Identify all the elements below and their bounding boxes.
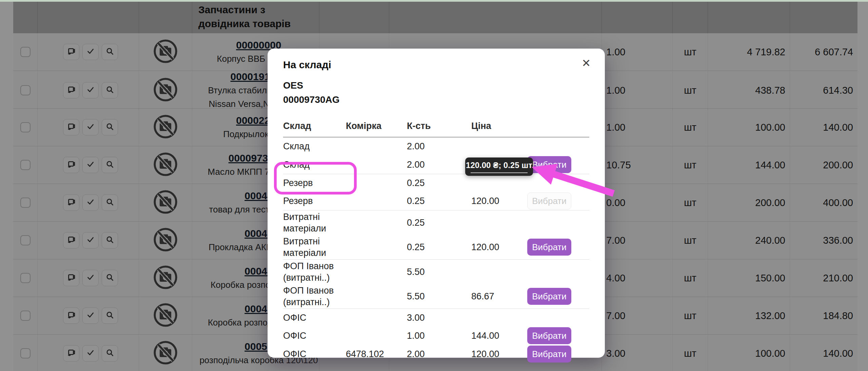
warehouse-name: ОФІС [283, 348, 346, 360]
stock-price: 144.00 [471, 330, 527, 341]
page: Запчастини з довідника товарів 00000000 … [0, 0, 868, 371]
stock-row: Резерв 0.25 120.00 Вибрати [283, 192, 589, 210]
col-qty-label: К-сть [407, 121, 471, 131]
stock-price: 120.00 [471, 348, 527, 360]
warehouse-name: Витратні матеріали [283, 211, 346, 234]
stock-table-header: Склад Комірка К-сть Ціна [283, 121, 589, 137]
modal-title: На складі [283, 59, 589, 71]
warehouse-name: Витратні матеріали [283, 236, 346, 259]
warehouse-name: Резерв [283, 195, 346, 207]
annotation-highlight-box [274, 162, 357, 194]
col-price-label: Ціна [471, 121, 527, 131]
stock-qty: 0.25 [407, 177, 471, 189]
close-icon[interactable]: ✕ [579, 56, 593, 70]
select-button[interactable]: Вибрати [527, 288, 571, 305]
stock-row: ОФІС 6478.102 2.00 120.00 Вибрати [283, 345, 589, 363]
product-code: 00009730AG [283, 94, 589, 105]
select-button[interactable]: Вибрати [527, 239, 571, 256]
warehouse-name: Склад [283, 141, 346, 152]
cell-location: 6478.102 [346, 348, 407, 360]
stock-qty: 2.00 [407, 141, 471, 152]
stock-row: ФОП Іванов (витратні..) 5.50 [283, 259, 589, 284]
select-button[interactable]: Вибрати [527, 327, 571, 344]
stock-row: ОФІС 1.00 144.00 Вибрати [283, 327, 589, 345]
stock-tooltip: 120.00 ₴; 0.25 шт [465, 157, 533, 176]
top-edge-strip [0, 0, 868, 2]
select-button[interactable]: Вибрати [527, 156, 571, 173]
select-button-disabled[interactable]: Вибрати [527, 192, 571, 209]
warehouse-name: ФОП Іванов (витратні..) [283, 260, 346, 283]
stock-qty: 2.00 [407, 159, 471, 170]
stock-row: Витратні матеріали 0.25 [283, 210, 589, 235]
stock-row: Склад 2.00 [283, 137, 589, 155]
stock-price: 120.00 [471, 241, 527, 253]
col-warehouse-label: Склад [283, 121, 346, 131]
col-cell-label: Комірка [346, 121, 407, 131]
stock-modal: ✕ На складі OES 00009730AG Склад Комірка… [268, 49, 605, 357]
stock-qty: 0.25 [407, 241, 471, 253]
warehouse-name: ОФІС [283, 330, 346, 341]
stock-qty: 3.00 [407, 312, 471, 323]
warehouse-name: ОФІС [283, 312, 346, 323]
stock-qty: 0.25 [407, 195, 471, 207]
stock-row: ОФІС 3.00 [283, 309, 589, 327]
stock-qty: 2.00 [407, 348, 471, 360]
warehouse-name: ФОП Іванов (витратні..) [283, 285, 346, 308]
stock-price: 86.67 [471, 291, 527, 302]
product-brand: OES [283, 80, 589, 91]
select-button[interactable]: Вибрати [527, 346, 571, 363]
stock-row: Витратні матеріали 0.25 120.00 Вибрати [283, 235, 589, 259]
stock-qty: 1.00 [407, 330, 471, 341]
stock-qty: 5.50 [407, 291, 471, 302]
stock-row: ФОП Іванов (витратні..) 5.50 86.67 Вибра… [283, 284, 589, 309]
stock-qty: 5.50 [407, 266, 471, 278]
stock-qty: 0.25 [407, 217, 471, 228]
stock-price: 120.00 [471, 195, 527, 207]
